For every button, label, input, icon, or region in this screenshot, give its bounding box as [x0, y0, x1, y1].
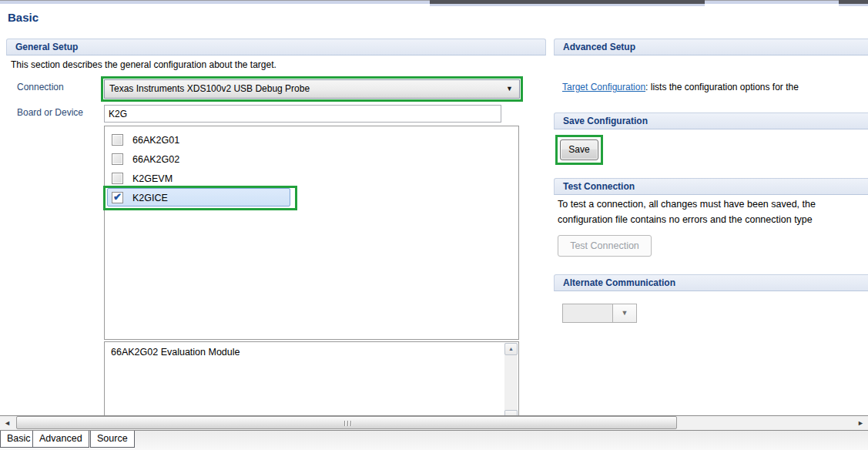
save-configuration-title: Save Configuration [563, 116, 648, 126]
test-connection-description-line2: configuration file contains no errors an… [558, 214, 813, 226]
scrollbar-gripper [344, 421, 354, 426]
connection-dropdown[interactable]: Texas Instruments XDS100v2 USB Debug Pro… [104, 79, 520, 99]
scroll-down-button[interactable] [504, 410, 518, 415]
checkmark-icon: ✔ [113, 191, 122, 203]
top-toolbar-fragment-right-accent [839, 4, 868, 6]
connection-label: Connection [17, 82, 64, 92]
general-setup-title: General Setup [15, 42, 78, 52]
target-configuration-line: Target Configuration: lists the configur… [562, 82, 799, 92]
alternate-communication-dropdown[interactable] [562, 304, 613, 323]
target-configuration-suffix: : lists the configuration options for th… [645, 82, 799, 92]
tab-advanced[interactable]: Advanced [32, 431, 89, 448]
top-toolbar-fragment-accent [430, 4, 705, 6]
tab-source[interactable]: Source [90, 431, 135, 448]
scroll-right-icon[interactable]: ► [857, 419, 864, 427]
save-button[interactable]: Save [560, 139, 598, 160]
alternate-communication-title: Alternate Communication [563, 277, 675, 288]
device-list[interactable]: 66AK2G01 66AK2G02 K2GEVM ✔ K2GICE [104, 126, 519, 340]
scroll-up-button[interactable]: ▲ [504, 343, 518, 355]
chevron-down-icon: ▼ [506, 80, 513, 98]
device-label: 66AK2G01 [132, 135, 179, 146]
device-label: 66AK2G02 [132, 154, 179, 165]
checkbox-unchecked[interactable] [112, 153, 123, 165]
test-connection-title: Test Connection [563, 181, 635, 192]
device-description-text: 66AK2G02 Evaluation Module [111, 347, 240, 358]
scrollbar-thumb[interactable] [16, 416, 677, 429]
test-connection-button[interactable]: Test Connection [558, 235, 652, 257]
test-connection-header: Test Connection [554, 178, 868, 195]
test-connection-button-label: Test Connection [570, 240, 639, 251]
checkbox-unchecked[interactable] [112, 173, 123, 184]
list-item[interactable]: 66AK2G01 [105, 130, 518, 149]
chevron-down-icon: ▼ [622, 309, 628, 317]
save-button-label: Save [568, 144, 589, 155]
scroll-left-icon[interactable]: ◄ [4, 419, 11, 427]
general-setup-description: This section describes the general confi… [11, 59, 276, 70]
connection-dropdown-value: Texas Instruments XDS100v2 USB Debug Pro… [109, 83, 310, 94]
list-item[interactable]: 66AK2G02 [105, 149, 518, 169]
advanced-setup-header: Advanced Setup [554, 39, 868, 55]
vertical-scrollbar[interactable]: ▲ [504, 343, 518, 415]
device-description-box[interactable]: 66AK2G02 Evaluation Module ▲ [104, 341, 519, 415]
checkbox-checked[interactable]: ✔ [112, 192, 123, 203]
scroll-up-icon: ▲ [508, 346, 514, 351]
board-or-device-label: Board or Device [17, 107, 83, 118]
device-label: K2GICE [132, 193, 168, 203]
device-label: K2GEVM [132, 173, 173, 184]
target-configuration-link[interactable]: Target Configuration [562, 82, 645, 92]
editor-tab-bar: Basic Advanced Source [0, 431, 868, 450]
alternate-communication-dropdown-button[interactable]: ▼ [612, 304, 637, 323]
horizontal-scrollbar[interactable]: ◄ ► [0, 415, 868, 431]
advanced-setup-title: Advanced Setup [563, 42, 635, 52]
alternate-communication-header: Alternate Communication [554, 274, 868, 291]
board-or-device-input[interactable] [104, 105, 501, 123]
test-connection-description-line1: To test a connection, all changes must h… [558, 199, 816, 210]
save-configuration-header: Save Configuration [554, 112, 868, 129]
general-setup-header: General Setup [6, 39, 546, 55]
page-title: Basic [8, 11, 39, 24]
checkbox-unchecked[interactable] [112, 134, 123, 146]
